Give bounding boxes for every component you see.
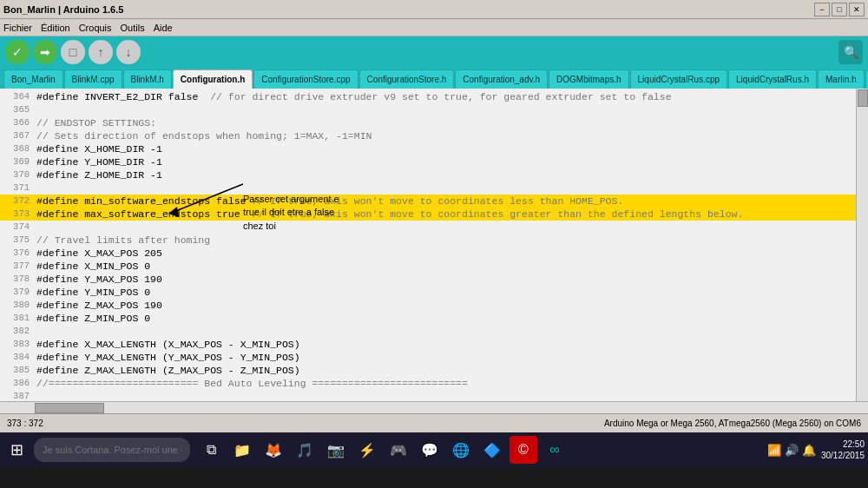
- tab-configurationadvh[interactable]: Configuration_adv.h: [455, 69, 548, 89]
- cortana-search[interactable]: [34, 438, 190, 462]
- open-button[interactable]: ↑: [89, 40, 113, 64]
- line-content: [36, 390, 852, 401]
- clock-time: 22:50: [821, 439, 865, 450]
- menu-item-outils[interactable]: Outils: [121, 23, 145, 33]
- code-line-381: 381#define Z_MIN_POS 0: [0, 312, 856, 325]
- tab-blinkmcpp[interactable]: BlinkM.cpp: [64, 69, 122, 89]
- tab-dogmbitmapsh[interactable]: DOGMbitmaps.h: [549, 69, 628, 89]
- line-number: 367: [3, 129, 30, 142]
- menu-item-édition[interactable]: Édition: [41, 23, 70, 33]
- app-icon-2[interactable]: ⚡: [353, 436, 381, 464]
- line-number: 368: [3, 142, 30, 155]
- new-button[interactable]: □: [61, 40, 85, 64]
- line-number: 384: [3, 351, 30, 364]
- line-number: 383: [3, 338, 30, 351]
- tab-blinkmh[interactable]: BlinkM.h: [123, 69, 172, 89]
- app-icon-1[interactable]: 📷: [322, 436, 350, 464]
- status-bar: 373 : 372 Arduino Mega or Mega 2560, ATm…: [0, 413, 868, 432]
- code-line-367: 367// Sets direction of endstops when ho…: [0, 129, 856, 142]
- line-number: 373: [3, 208, 30, 221]
- media-icon[interactable]: 🎵: [291, 436, 319, 464]
- line-number: 386: [3, 377, 30, 390]
- code-line-383: 383#define X_MAX_LENGTH (X_MAX_POS - X_M…: [0, 338, 856, 351]
- line-number: 377: [3, 260, 30, 273]
- minimize-button[interactable]: −: [814, 3, 830, 16]
- code-line-372: 372#define min_software_endstops false /…: [0, 195, 856, 208]
- browser-icon[interactable]: 🦊: [260, 436, 287, 464]
- tab-liquidcrystalrush[interactable]: LiquidCrystalRus.h: [728, 69, 817, 89]
- line-content: [36, 325, 852, 338]
- tab-marlinh[interactable]: Marlin.h: [818, 69, 865, 89]
- line-content: #define Y_MAX_LENGTH (Y_MAX_POS - Y_MIN_…: [36, 351, 852, 364]
- code-line-365: 365: [0, 103, 856, 116]
- line-number: 372: [3, 195, 30, 208]
- clock-date: 30/12/2015: [821, 450, 865, 461]
- line-number: 369: [3, 155, 30, 168]
- code-line-373: 373#define max_software_endstops true //…: [0, 208, 856, 221]
- line-content: #define Z_HOME_DIR -1: [36, 168, 852, 181]
- system-clock[interactable]: 22:50 30/12/2015: [821, 439, 865, 461]
- arduino-icon[interactable]: ∞: [541, 436, 569, 464]
- code-line-379: 379#define Y_MIN_POS 0: [0, 286, 856, 299]
- start-button[interactable]: ⊞: [3, 437, 30, 463]
- line-content: #define X_MAX_POS 205: [36, 247, 852, 260]
- menu-item-fichier[interactable]: Fichier: [3, 23, 32, 33]
- tab-marlin[interactable]: Marlin: [865, 69, 868, 89]
- menu-item-croquis[interactable]: Croquis: [79, 23, 112, 33]
- code-line-378: 378#define Y_MAX_POS 190: [0, 273, 856, 286]
- line-number: 381: [3, 312, 30, 325]
- code-line-386: 386//========================= Bed Auto …: [0, 377, 856, 390]
- app-icon-6[interactable]: 🔷: [478, 436, 506, 464]
- app-icon-3[interactable]: 🎮: [385, 436, 412, 464]
- line-content: #define Y_MIN_POS 0: [36, 286, 852, 299]
- verify-button[interactable]: ✓: [5, 40, 30, 64]
- network-icon[interactable]: 📶: [767, 444, 781, 457]
- save-button[interactable]: ↓: [116, 40, 141, 64]
- code-scroll-area[interactable]: 364#define INVERT_E2_DIR false // for di…: [0, 89, 856, 401]
- tab-bonmarlin[interactable]: Bon_Marlin: [3, 69, 63, 89]
- taskbar: ⊞ ⧉ 📁 🦊 🎵 📷 ⚡ 🎮 💬 🌐 🔷 © ∞ 📶 🔊 🔔 22:50 30…: [0, 432, 868, 467]
- tab-configurationstorecpp[interactable]: ConfigurationStore.cpp: [253, 69, 358, 89]
- tab-liquidcrystalruscpp[interactable]: LiquidCrystalRus.cpp: [630, 69, 728, 89]
- line-content: [36, 221, 852, 234]
- tab-configurationh[interactable]: Configuration.h: [173, 69, 253, 89]
- notification-icon[interactable]: 🔔: [802, 444, 816, 457]
- speaker-icon[interactable]: 🔊: [785, 444, 799, 457]
- menu-item-aide[interactable]: Aide: [154, 23, 173, 33]
- app-icon-5[interactable]: 🌐: [447, 436, 475, 464]
- code-line-366: 366// ENDSTOP SETTINGS:: [0, 116, 856, 129]
- line-content: #define min_software_endstops false // I…: [36, 195, 852, 208]
- code-line-368: 368#define X_HOME_DIR -1: [0, 142, 856, 155]
- file-explorer-icon[interactable]: 📁: [228, 436, 256, 464]
- tab-configurationstoreh[interactable]: ConfigurationStore.h: [359, 69, 455, 89]
- line-content: #define X_MIN_POS 0: [36, 260, 852, 273]
- line-number: 374: [3, 221, 30, 234]
- code-line-369: 369#define Y_HOME_DIR -1: [0, 155, 856, 168]
- task-view-button[interactable]: ⧉: [197, 436, 225, 464]
- system-tray: 📶 🔊 🔔 22:50 30/12/2015: [767, 439, 865, 461]
- line-number: 376: [3, 247, 30, 260]
- app-icon-4[interactable]: 💬: [416, 436, 444, 464]
- line-content: #define Z_MAX_POS 190: [36, 299, 852, 312]
- line-number: 385: [3, 364, 30, 377]
- vertical-scrollbar[interactable]: [856, 89, 868, 401]
- maximize-button[interactable]: □: [832, 3, 847, 16]
- line-number: 379: [3, 286, 30, 299]
- line-content: // ENDSTOP SETTINGS:: [36, 116, 852, 129]
- line-number: 380: [3, 299, 30, 312]
- close-button[interactable]: ✕: [849, 3, 865, 16]
- horizontal-scrollbar[interactable]: [0, 401, 868, 413]
- line-content: #define X_HOME_DIR -1: [36, 142, 852, 155]
- line-number: 364: [3, 90, 30, 103]
- scrollbar-thumb[interactable]: [858, 89, 868, 107]
- line-content: #define Y_MAX_POS 190: [36, 273, 852, 286]
- line-number: 365: [3, 103, 30, 116]
- app-icon-7[interactable]: ©: [510, 436, 537, 464]
- titlebar: Bon_Marlin | Arduino 1.6.5 − □ ✕: [0, 0, 868, 19]
- line-content: #define Z_MAX_LENGTH (Z_MAX_POS - Z_MIN_…: [36, 364, 852, 377]
- board-info: Arduino Mega or Mega 2560, ATmega2560 (M…: [604, 419, 861, 428]
- search-button[interactable]: 🔍: [838, 40, 863, 64]
- line-content: // Travel limits after homing: [36, 234, 852, 247]
- upload-button[interactable]: ➡: [33, 40, 57, 64]
- h-scrollbar-thumb[interactable]: [35, 403, 104, 413]
